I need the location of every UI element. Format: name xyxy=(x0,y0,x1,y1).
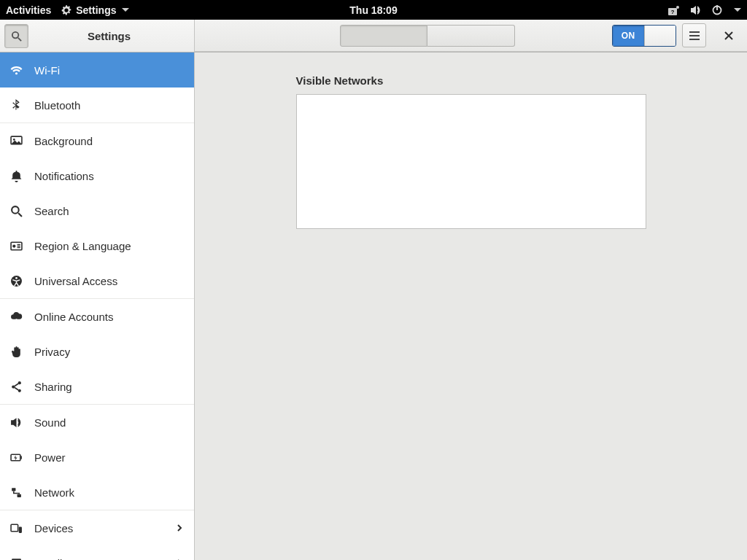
svg-point-5 xyxy=(12,31,18,37)
wifi-icon xyxy=(10,64,23,77)
info-icon xyxy=(10,557,23,561)
headerbar-right: ON xyxy=(195,20,747,52)
cloud-key-icon xyxy=(10,311,23,323)
share-icon xyxy=(10,381,23,393)
hamburger-menu-button[interactable] xyxy=(682,23,706,47)
svg-rect-9 xyxy=(689,39,700,40)
sidebar-item-network[interactable]: Network xyxy=(0,475,194,510)
sidebar-item-label: Devices xyxy=(34,522,163,534)
switch-on-label: ON xyxy=(613,26,644,46)
network-icon xyxy=(10,486,23,499)
sidebar-item-devices[interactable]: Devices xyxy=(0,510,194,545)
bell-icon xyxy=(10,170,23,182)
search-icon xyxy=(10,205,23,217)
sidebar-item-label: Wi-Fi xyxy=(34,64,184,77)
sidebar-item-label: Background xyxy=(34,135,184,147)
sidebar-item-label: Search xyxy=(34,205,184,217)
sidebar-item-label: Network xyxy=(34,486,184,499)
speaker-icon xyxy=(10,416,23,429)
sidebar-item-label: Online Accounts xyxy=(34,311,184,323)
sidebar-item-label: Region & Language xyxy=(34,240,184,252)
devices-icon xyxy=(10,522,23,534)
region-icon xyxy=(10,240,23,252)
sidebar-title: Settings xyxy=(88,30,131,42)
view-switcher-seg-2[interactable] xyxy=(427,25,515,47)
clock[interactable]: Thu 18:09 xyxy=(349,4,397,16)
sidebar-item-power[interactable]: Power xyxy=(0,440,194,475)
battery-icon xyxy=(10,451,23,464)
search-button[interactable] xyxy=(4,24,28,48)
sidebar-item-label: Sharing xyxy=(34,381,184,393)
volume-icon[interactable] xyxy=(690,5,702,15)
bluetooth-icon xyxy=(10,99,23,112)
view-switcher-seg-1[interactable] xyxy=(340,25,427,47)
sidebar-item-label: Bluetooth xyxy=(34,99,184,112)
sidebar-item-background[interactable]: Background xyxy=(0,123,194,158)
window-headerbar: Settings ON xyxy=(0,20,747,52)
app-menu[interactable]: Settings xyxy=(61,4,129,16)
system-menu-chevron-icon[interactable] xyxy=(734,8,741,12)
search-icon xyxy=(11,31,22,42)
svg-point-2 xyxy=(676,6,679,9)
power-icon[interactable] xyxy=(712,5,722,15)
content-pane: Visible Networks xyxy=(195,52,747,560)
chevron-down-icon xyxy=(122,8,129,12)
window-close-button[interactable] xyxy=(716,23,741,48)
sidebar-item-label: Universal Access xyxy=(34,275,184,287)
sidebar-item-details[interactable]: Details xyxy=(0,545,194,560)
background-icon xyxy=(10,135,23,147)
app-menu-label: Settings xyxy=(76,4,116,16)
svg-line-6 xyxy=(18,37,21,40)
wifi-toggle[interactable]: ON xyxy=(612,25,676,47)
activities-button[interactable]: Activities xyxy=(6,4,51,16)
svg-rect-7 xyxy=(689,31,700,33)
sidebar-item-region[interactable]: Region & Language xyxy=(0,228,194,263)
settings-window: Settings ON Wi-FiBluetoothBackgroundNoti… xyxy=(0,20,747,560)
headerbar-left: Settings xyxy=(0,20,195,52)
view-switcher xyxy=(340,25,515,47)
sidebar-item-wifi[interactable]: Wi-Fi xyxy=(0,52,194,88)
accessibility-icon xyxy=(10,275,23,287)
sidebar-item-privacy[interactable]: Privacy xyxy=(0,334,194,369)
switch-knob xyxy=(644,26,676,46)
visible-networks-list[interactable] xyxy=(296,94,646,229)
sidebar-item-bluetooth[interactable]: Bluetooth xyxy=(0,88,194,122)
sidebar-item-label: Details xyxy=(34,557,163,561)
keyboard-indicator-icon[interactable]: ? xyxy=(668,5,680,15)
svg-text:?: ? xyxy=(671,9,675,15)
sidebar-item-label: Sound xyxy=(34,416,184,429)
sidebar-item-sound[interactable]: Sound xyxy=(0,405,194,440)
hamburger-icon xyxy=(689,31,700,40)
section-title: Visible Networks xyxy=(296,74,646,87)
sidebar-item-label: Power xyxy=(34,451,184,464)
sidebar-item-online[interactable]: Online Accounts xyxy=(0,299,194,334)
close-icon xyxy=(724,31,733,40)
sidebar-item-notifications[interactable]: Notifications xyxy=(0,158,194,193)
gnome-topbar: Activities Settings Thu 18:09 ? xyxy=(0,0,747,20)
svg-rect-8 xyxy=(689,35,700,36)
sidebar-item-search-cat[interactable]: Search xyxy=(0,193,194,228)
chevron-right-icon xyxy=(175,524,184,532)
svg-rect-4 xyxy=(716,5,718,10)
sidebar-item-label: Notifications xyxy=(34,170,184,182)
sidebar-item-universal[interactable]: Universal Access xyxy=(0,263,194,298)
settings-gear-icon xyxy=(61,5,71,15)
hand-icon xyxy=(10,346,23,358)
sidebar-item-label: Privacy xyxy=(34,346,184,358)
settings-sidebar: Wi-FiBluetoothBackgroundNotificationsSea… xyxy=(0,52,195,560)
sidebar-item-sharing[interactable]: Sharing xyxy=(0,369,194,404)
